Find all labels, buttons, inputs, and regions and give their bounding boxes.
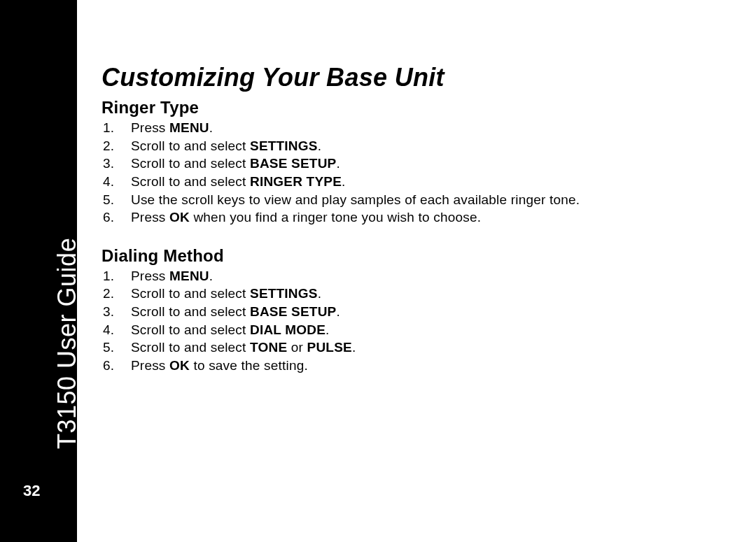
- page-title: Customizing Your Base Unit: [102, 63, 732, 92]
- list-item: Press MENU.: [102, 119, 732, 137]
- ringer-type-steps: Press MENU. Scroll to and select SETTING…: [102, 119, 732, 227]
- list-item: Scroll to and select BASE SETUP.: [102, 303, 732, 321]
- list-item: Scroll to and select BASE SETUP.: [102, 155, 732, 173]
- list-item: Press MENU.: [102, 267, 732, 285]
- sidebar-title: T3150 User Guide: [52, 238, 82, 449]
- list-item: Scroll to and select TONE or PULSE.: [102, 338, 732, 357]
- section-heading-dialing-method: Dialing Method: [102, 246, 732, 266]
- list-item: Use the scroll keys to view and play sam…: [102, 191, 732, 209]
- dialing-method-steps: Press MENU. Scroll to and select SETTING…: [102, 267, 732, 375]
- list-item: Scroll to and select SETTINGS.: [102, 137, 732, 155]
- section-heading-ringer-type: Ringer Type: [102, 98, 732, 117]
- list-item: Scroll to and select DIAL MODE.: [102, 321, 732, 339]
- list-item: Scroll to and select RINGER TYPE.: [102, 173, 732, 191]
- list-item: Scroll to and select SETTINGS.: [102, 285, 732, 303]
- sidebar: T3150 User Guide 32: [0, 0, 77, 542]
- main-content: Customizing Your Base Unit Ringer Type P…: [102, 63, 732, 375]
- list-item: Press OK when you find a ringer tone you…: [102, 208, 732, 227]
- page-number: 32: [23, 482, 40, 500]
- list-item: Press OK to save the setting.: [102, 357, 732, 375]
